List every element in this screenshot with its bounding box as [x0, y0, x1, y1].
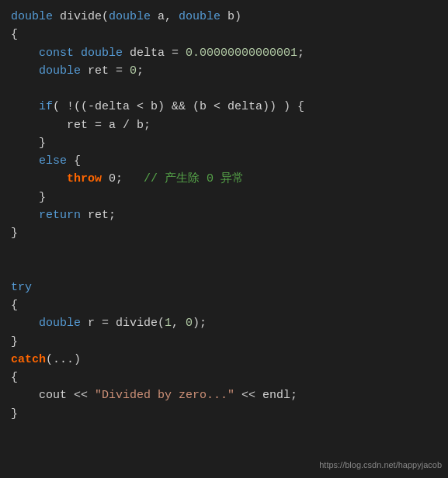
code-token	[74, 47, 81, 60]
code-line: }	[11, 333, 437, 351]
code-token: {	[11, 371, 18, 384]
code-token: double	[179, 10, 221, 23]
code-token: {	[11, 28, 18, 41]
code-token: // 产生除 0 异常	[144, 172, 244, 185]
code-token: double	[81, 47, 123, 60]
code-line: }	[11, 189, 437, 206]
code-token: {	[11, 299, 18, 312]
code-token: divide(	[53, 10, 109, 23]
code-token	[11, 64, 39, 78]
code-line: return ret;	[11, 206, 437, 224]
code-line: }	[11, 405, 437, 423]
code-token: double	[109, 10, 151, 23]
code-token: (...)	[46, 353, 81, 366]
code-token: double	[39, 317, 81, 330]
code-token: 0.00000000000001	[186, 47, 297, 60]
code-token: r = divide(	[81, 317, 165, 330]
code-line: const double delta = 0.00000000000001;	[11, 44, 437, 62]
code-token: }	[11, 227, 18, 240]
code-token	[11, 154, 39, 168]
code-token: ( !((-delta < b) && (b < delta)) ) {	[53, 100, 304, 113]
code-token: cout <<	[11, 389, 95, 402]
code-line: double r = divide(1, 0);	[11, 314, 437, 332]
code-line: {	[11, 296, 437, 314]
code-token	[11, 317, 39, 330]
code-line: {	[11, 369, 437, 386]
code-line	[11, 261, 437, 279]
code-line: if( !((-delta < b) && (b < delta)) ) {	[11, 98, 437, 116]
code-token: << endl;	[234, 389, 297, 402]
code-token: }	[11, 137, 46, 150]
code-token: else	[39, 154, 67, 168]
code-token: ;	[137, 64, 144, 78]
code-line: throw 0; // 产生除 0 异常	[11, 170, 437, 188]
code-token: }	[11, 191, 46, 204]
code-token: catch	[11, 353, 46, 366]
code-token: 0;	[102, 172, 144, 185]
code-token: );	[193, 317, 207, 330]
code-container: double divide(double a, double b){ const…	[11, 8, 437, 423]
code-token: 0	[186, 317, 193, 330]
code-token: ret = a / b;	[11, 119, 151, 132]
code-token: 1	[165, 317, 172, 330]
code-token	[11, 172, 67, 185]
code-token	[11, 100, 39, 113]
code-token: double	[39, 64, 81, 78]
code-token: {	[67, 154, 81, 168]
code-token: b)	[221, 10, 241, 23]
code-token: const	[39, 47, 74, 60]
code-token: ret;	[81, 209, 116, 222]
code-token: "Divided by zero..."	[95, 389, 234, 402]
code-token: throw	[67, 172, 102, 185]
code-line: else {	[11, 152, 437, 170]
code-token: }	[11, 335, 18, 348]
code-token: 0	[130, 64, 137, 78]
code-line: cout << "Divided by zero..." << endl;	[11, 386, 437, 404]
code-line: }	[11, 134, 437, 152]
code-token: ,	[172, 317, 186, 330]
code-line: catch(...)	[11, 351, 437, 369]
code-line: try	[11, 279, 437, 296]
code-token: delta =	[123, 47, 186, 60]
code-token: try	[11, 281, 32, 294]
code-line: ret = a / b;	[11, 116, 437, 134]
code-token	[11, 47, 39, 60]
code-token: return	[39, 209, 81, 222]
code-token: double	[11, 10, 53, 23]
watermark: https://blog.csdn.net/happyjacob	[319, 459, 442, 472]
code-line	[11, 80, 437, 98]
code-line: }	[11, 224, 437, 242]
code-token: ;	[297, 47, 304, 60]
code-token: ret =	[81, 64, 130, 78]
code-line	[11, 242, 437, 260]
code-line: {	[11, 26, 437, 43]
code-token: if	[39, 100, 53, 113]
code-line: double ret = 0;	[11, 62, 437, 80]
code-line: double divide(double a, double b)	[11, 8, 437, 26]
code-token: a,	[151, 10, 179, 23]
code-token	[11, 209, 39, 222]
code-token: }	[11, 407, 18, 421]
